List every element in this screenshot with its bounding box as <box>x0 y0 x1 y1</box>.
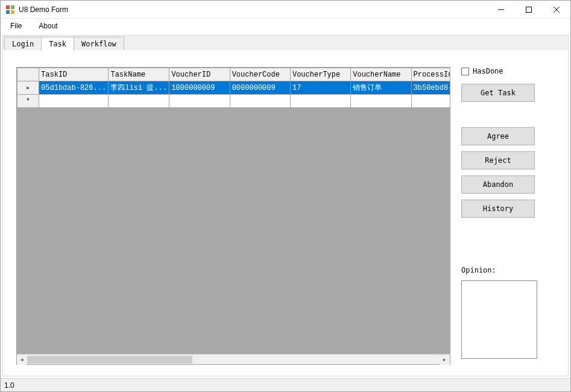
hasdone-label: HasDone <box>473 67 503 75</box>
menu-file[interactable]: File <box>5 20 27 32</box>
new-row-indicator-icon[interactable]: * <box>17 95 39 108</box>
opinion-textarea[interactable] <box>461 280 537 359</box>
tab-task-content: TaskID TaskName VoucherID VoucherCode Vo… <box>3 50 568 376</box>
svg-rect-3 <box>11 10 14 14</box>
row-indicator-icon[interactable]: ▸ <box>17 81 39 95</box>
checkbox-icon[interactable] <box>461 68 469 75</box>
menubar: File About <box>1 19 570 33</box>
window-controls <box>487 1 570 18</box>
svg-rect-2 <box>6 10 10 14</box>
col-processinstance[interactable]: ProcessInstanc <box>411 68 450 81</box>
minimize-button[interactable] <box>487 1 515 18</box>
cell-taskname[interactable]: 李四lisi 提... <box>109 81 169 95</box>
statusbar: 1.0 <box>1 378 570 391</box>
reject-button[interactable]: Reject <box>461 151 535 169</box>
table-row-new[interactable]: * <box>17 95 450 108</box>
window-title: U8 Demo Form <box>19 5 487 14</box>
scroll-right-icon[interactable]: ▸ <box>440 355 450 365</box>
cell-voucherid[interactable]: 1000000009 <box>169 81 230 95</box>
scroll-left-icon[interactable]: ◂ <box>17 355 27 365</box>
col-taskid[interactable]: TaskID <box>39 68 109 81</box>
scroll-track[interactable] <box>27 355 440 364</box>
tab-task[interactable]: Task <box>41 37 74 51</box>
col-taskname[interactable]: TaskName <box>109 68 169 81</box>
cell-taskid[interactable]: 05d1bdab-826... <box>39 81 109 95</box>
menu-about[interactable]: About <box>34 20 62 32</box>
col-vouchername[interactable]: VoucherName <box>351 68 411 81</box>
col-voucherid[interactable]: VoucherID <box>169 68 230 81</box>
grid-header-row: TaskID TaskName VoucherID VoucherCode Vo… <box>17 68 450 81</box>
corner-cell[interactable] <box>17 68 39 81</box>
maximize-button[interactable] <box>515 1 543 18</box>
cell-vouchercode[interactable]: 0000000009 <box>230 81 290 95</box>
get-task-button[interactable]: Get Task <box>461 84 535 102</box>
history-button[interactable]: History <box>461 200 535 218</box>
svg-rect-0 <box>6 5 10 9</box>
hasdone-checkbox[interactable]: HasDone <box>461 67 555 75</box>
app-icon <box>5 5 15 14</box>
col-vouchertype[interactable]: VoucherType <box>290 68 350 81</box>
scroll-thumb[interactable] <box>27 356 192 364</box>
cell-vouchername[interactable]: 销售订单 <box>351 81 411 95</box>
cell-processinstance[interactable]: 3b50ebd8-9bf... <box>411 81 450 95</box>
abandon-button[interactable]: Abandon <box>461 175 535 194</box>
status-version: 1.0 <box>4 381 14 390</box>
table-row[interactable]: ▸ 05d1bdab-826... 李四lisi 提... 1000000009… <box>17 81 450 95</box>
cell-vouchertype[interactable]: 17 <box>290 81 350 95</box>
task-grid[interactable]: TaskID TaskName VoucherID VoucherCode Vo… <box>16 67 450 365</box>
opinion-label: Opinion: <box>461 266 555 274</box>
tab-workflow[interactable]: Workflow <box>74 37 124 50</box>
svg-rect-1 <box>11 5 14 9</box>
svg-rect-5 <box>526 7 532 12</box>
tabs: Login Task Workflow <box>3 36 568 50</box>
close-button[interactable] <box>543 1 570 18</box>
agree-button[interactable]: Agree <box>461 127 535 145</box>
horizontal-scrollbar[interactable]: ◂ ▸ <box>17 354 450 364</box>
tab-login[interactable]: Login <box>4 37 42 50</box>
col-vouchercode[interactable]: VoucherCode <box>230 68 290 81</box>
app-window: U8 Demo Form File About Login Task Workf… <box>0 0 571 392</box>
client-area: Login Task Workflow TaskID TaskName Vouc… <box>2 35 569 376</box>
titlebar: U8 Demo Form <box>1 1 570 19</box>
side-panel: HasDone Get Task Agree Reject Abandon Hi… <box>461 67 555 365</box>
